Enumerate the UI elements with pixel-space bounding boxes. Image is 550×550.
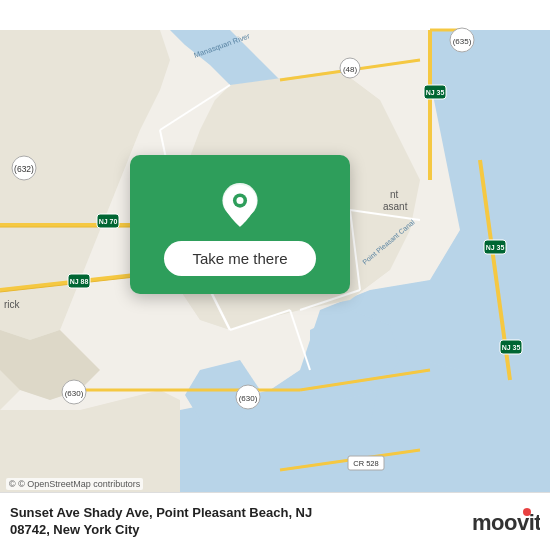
svg-text:NJ 88: NJ 88	[70, 278, 89, 285]
address-text: Sunset Ave Shady Ave, Point Pleasant Bea…	[10, 505, 462, 539]
address-block: Sunset Ave Shady Ave, Point Pleasant Bea…	[10, 505, 462, 539]
svg-point-63	[523, 508, 531, 516]
moovit-logo-svg: moovit	[472, 506, 540, 538]
svg-text:NJ 70: NJ 70	[99, 218, 118, 225]
svg-text:rick: rick	[4, 299, 21, 310]
map-attribution: © © OpenStreetMap contributors	[6, 478, 143, 490]
moovit-logo: moovit	[472, 506, 540, 538]
svg-text:CR 528: CR 528	[353, 459, 378, 468]
svg-text:(630): (630)	[65, 389, 84, 398]
location-pin-icon	[218, 183, 262, 227]
action-card: Take me there	[130, 155, 350, 294]
address-line2: 08742, New York City	[10, 522, 140, 537]
svg-point-61	[236, 197, 243, 204]
attribution-text: © OpenStreetMap contributors	[18, 479, 140, 489]
svg-text:NJ 35: NJ 35	[486, 244, 505, 251]
svg-text:(48): (48)	[343, 65, 358, 74]
svg-text:NJ 35: NJ 35	[426, 89, 445, 96]
svg-text:nt: nt	[390, 189, 399, 200]
svg-text:asant: asant	[383, 201, 408, 212]
svg-text:(630): (630)	[239, 394, 258, 403]
take-me-there-button[interactable]: Take me there	[164, 241, 315, 276]
svg-text:(632): (632)	[14, 164, 34, 174]
address-line1: Sunset Ave Shady Ave, Point Pleasant Bea…	[10, 505, 312, 520]
map-container: Point Pleasant Canal Manasquan River NJ …	[0, 0, 550, 550]
svg-text:(635): (635)	[453, 37, 472, 46]
attribution-symbol: ©	[9, 479, 16, 489]
svg-text:NJ 35: NJ 35	[502, 344, 521, 351]
bottom-bar: Sunset Ave Shady Ave, Point Pleasant Bea…	[0, 492, 550, 550]
